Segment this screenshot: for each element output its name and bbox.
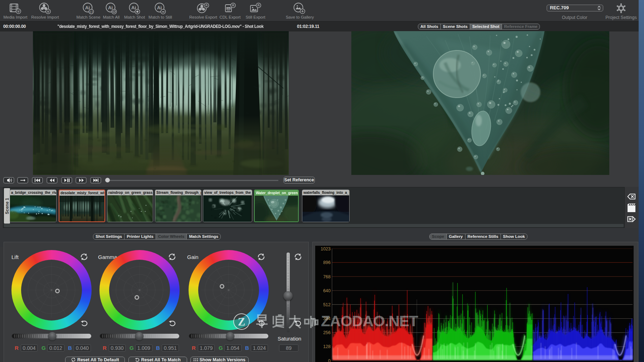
- svg-text:256: 256: [323, 330, 331, 335]
- svg-text:128: 128: [323, 344, 331, 349]
- svg-text:512: 512: [323, 302, 331, 307]
- svg-text:0: 0: [328, 358, 331, 362]
- svg-text:Ai: Ai: [131, 5, 136, 10]
- svg-text:640: 640: [323, 288, 331, 293]
- svg-text:Ai: Ai: [157, 5, 162, 10]
- svg-text:1023: 1023: [321, 246, 331, 251]
- svg-text:896: 896: [323, 260, 331, 265]
- svg-text:Ai: Ai: [85, 5, 90, 10]
- svg-text:768: 768: [323, 274, 331, 279]
- svg-text:Ai: Ai: [108, 5, 113, 10]
- svg-text:CDL: CDL: [226, 8, 231, 10]
- svg-text:384: 384: [323, 316, 331, 321]
